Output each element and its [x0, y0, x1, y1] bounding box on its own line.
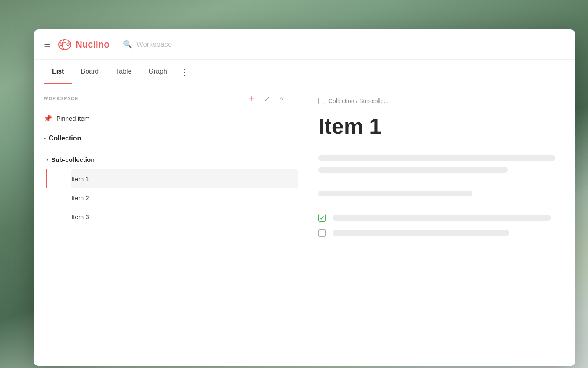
- sidebar: WORKSPACE + ⤢ « 📌 Pinned item ▾ Collecti…: [34, 84, 298, 366]
- page-title: Item 1: [318, 114, 555, 138]
- list-item[interactable]: Item 2: [71, 188, 298, 207]
- list-item-label: Item 3: [71, 213, 89, 220]
- list-item-label: Item 2: [71, 194, 89, 201]
- sub-collection: ▾ Sub-collection ⧉ Item 1 Item 2: [34, 149, 298, 226]
- pin-icon: 📌: [44, 114, 52, 122]
- list-item[interactable]: Item 3: [71, 207, 298, 226]
- more-options-button[interactable]: ⋮: [176, 60, 194, 84]
- header: ☰ Nuclino 🔍 Workspace: [34, 29, 575, 60]
- add-item-button[interactable]: +: [246, 93, 257, 104]
- sub-collection-name: Sub-collection: [51, 156, 94, 163]
- content-line: [318, 191, 472, 196]
- check-icon: ✓: [320, 214, 325, 221]
- svg-point-2: [67, 43, 69, 45]
- checklist-item: [318, 229, 555, 237]
- list-item-label: Item 1: [71, 175, 89, 183]
- workspace-label: WORKSPACE: [44, 96, 79, 101]
- list-item[interactable]: Item 1: [71, 169, 298, 188]
- expand-button[interactable]: ⤢: [261, 93, 273, 104]
- sub-collection-chevron: ▾: [46, 157, 49, 162]
- collection-header-left: ▾ Collection: [44, 135, 81, 142]
- search-icon: 🔍: [123, 40, 132, 49]
- content-spacer: [318, 202, 555, 214]
- tab-table[interactable]: Table: [107, 60, 140, 84]
- right-panel: Collection / Sub-colle... Item 1 ✓: [298, 84, 575, 366]
- sub-copy-icon: ⧉: [280, 156, 284, 163]
- svg-point-1: [60, 43, 62, 45]
- tab-board[interactable]: Board: [72, 60, 107, 84]
- pinned-item[interactable]: 📌 Pinned item: [34, 109, 298, 127]
- tab-list[interactable]: List: [44, 60, 72, 84]
- svg-point-0: [59, 40, 71, 50]
- logo-icon: [57, 37, 72, 52]
- checklist-item: ✓: [318, 214, 555, 222]
- copy-icon: ⧉: [280, 135, 284, 142]
- content-line: [318, 155, 555, 161]
- list-items: Item 1 Item 2 Item 3: [46, 169, 298, 226]
- content-line: [318, 167, 508, 173]
- breadcrumb-checkbox[interactable]: [318, 98, 325, 104]
- search-placeholder-text: Workspace: [136, 40, 172, 49]
- main-content: WORKSPACE + ⤢ « 📌 Pinned item ▾ Collecti…: [34, 84, 575, 366]
- sidebar-actions: + ⤢ «: [246, 93, 288, 104]
- check-line: [333, 230, 509, 236]
- logo-text: Nuclino: [76, 39, 110, 50]
- checkbox-checked[interactable]: ✓: [318, 214, 326, 222]
- breadcrumb: Collection / Sub-colle...: [318, 98, 555, 104]
- sidebar-header: WORKSPACE + ⤢ «: [34, 84, 298, 109]
- breadcrumb-text: Collection / Sub-colle...: [328, 98, 388, 104]
- sub-collection-header-left: ▾ Sub-collection: [46, 156, 94, 163]
- sub-collection-header[interactable]: ▾ Sub-collection ⧉: [46, 149, 298, 169]
- collapse-button[interactable]: «: [276, 93, 288, 104]
- collection-name: Collection: [49, 135, 81, 142]
- tab-graph[interactable]: Graph: [140, 60, 175, 84]
- app-container: ☰ Nuclino 🔍 Workspace List Board Table G…: [34, 29, 575, 366]
- search-bar[interactable]: 🔍 Workspace: [123, 40, 172, 49]
- pinned-item-label: Pinned item: [56, 115, 89, 122]
- collection-item: ▾ Collection ⧉ ▾ Sub-collection: [34, 127, 298, 226]
- check-line: [333, 215, 551, 221]
- logo: Nuclino: [57, 37, 110, 52]
- content-spacer: [318, 179, 555, 191]
- collection-header[interactable]: ▾ Collection ⧉: [34, 127, 298, 149]
- collection-chevron: ▾: [44, 136, 46, 141]
- menu-icon[interactable]: ☰: [44, 40, 50, 49]
- nav-tabs: List Board Table Graph ⋮: [34, 60, 575, 84]
- checkbox-unchecked[interactable]: [318, 229, 326, 237]
